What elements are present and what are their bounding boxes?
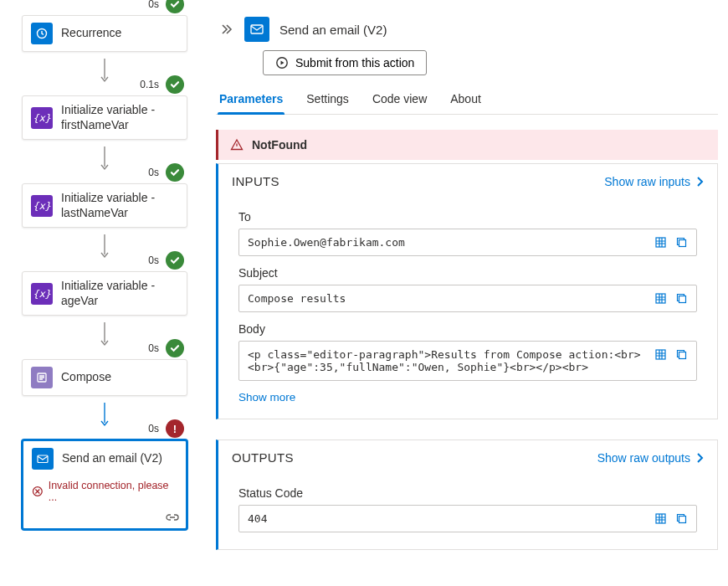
submit-row: Submit from this action	[216, 50, 718, 87]
outlook-icon	[244, 17, 269, 42]
detail-title: Send an email (V2)	[279, 23, 387, 37]
node-title: Compose	[61, 370, 111, 385]
field-value: Sophie.Owen@fabrikam.com	[248, 236, 648, 249]
arrow-down-icon	[100, 322, 110, 347]
field-actions	[654, 236, 688, 249]
svg-rect-18	[679, 517, 686, 523]
time-badge: 0s	[145, 339, 184, 357]
status-success-icon	[166, 163, 184, 182]
time-badge: 0s	[145, 163, 184, 182]
inputs-section: INPUTS Show raw inputs ToSophie.Owen@fab…	[216, 163, 718, 419]
arrow-down-icon	[100, 234, 110, 260]
flow-designer-panel: 0sRecurrence0.1s{x}Initialize variable -…	[0, 0, 209, 586]
field-body: Body<p class="editor-paragraph">Results …	[238, 322, 697, 381]
svg-rect-15	[656, 350, 665, 359]
svg-rect-7	[38, 455, 48, 463]
flow-node-init-age[interactable]: {x}Initialize variable - ageVar	[22, 271, 187, 316]
status-success-icon	[166, 75, 184, 94]
show-raw-inputs-link[interactable]: Show raw inputs	[604, 175, 704, 188]
svg-rect-14	[679, 296, 686, 303]
link-icon[interactable]	[166, 511, 179, 523]
field-status-code: Status Code404	[238, 486, 697, 532]
field-label: Status Code	[238, 486, 697, 500]
svg-rect-9	[251, 25, 263, 33]
svg-rect-13	[656, 294, 665, 303]
field-value: <p class="editor-paragraph">Results from…	[248, 348, 648, 373]
grid-icon[interactable]	[654, 348, 667, 361]
flow-node-recurrence[interactable]: Recurrence	[22, 15, 187, 52]
time-badge: 0.1s	[136, 75, 184, 94]
field-actions	[654, 512, 688, 525]
outputs-body: Status Code404	[218, 475, 717, 549]
node-error-text: Invalid connection, please ...	[49, 480, 177, 503]
flow-node-init-first[interactable]: {x}Initialize variable - firstNameVar	[22, 95, 187, 140]
warning-icon	[230, 138, 244, 152]
flow-node-send-email[interactable]: Send an email (V2)Invalid connection, pl…	[22, 440, 187, 530]
var-icon: {x}	[31, 195, 53, 217]
show-more-link[interactable]: Show more	[238, 391, 697, 404]
detail-tabs: ParametersSettingsCode viewAbout	[216, 87, 718, 115]
field-label: Subject	[238, 266, 697, 280]
field-label: To	[238, 210, 697, 224]
copy-icon[interactable]	[675, 236, 688, 249]
clock-icon	[31, 23, 53, 44]
status-error-icon: !	[166, 419, 184, 438]
collapse-icon[interactable]	[221, 23, 234, 36]
inputs-title: INPUTS	[232, 174, 279, 188]
tab-code-view[interactable]: Code view	[371, 87, 428, 114]
node-title: Initialize variable - lastNameVar	[61, 191, 178, 220]
field-actions	[654, 292, 688, 305]
copy-icon[interactable]	[675, 512, 688, 525]
svg-rect-17	[656, 514, 665, 523]
field-to: ToSophie.Owen@fabrikam.com	[238, 210, 697, 256]
field-value: 404	[248, 512, 648, 525]
error-banner-text: NotFound	[252, 138, 307, 152]
flow-node-compose[interactable]: Compose	[22, 359, 187, 396]
svg-rect-16	[679, 352, 686, 359]
tab-parameters[interactable]: Parameters	[218, 87, 285, 114]
outlook-icon	[32, 448, 54, 470]
tab-settings[interactable]: Settings	[305, 87, 351, 114]
node-title: Initialize variable - ageVar	[61, 279, 178, 308]
outputs-section: OUTPUTS Show raw outputs Status Code404	[216, 440, 718, 550]
copy-icon[interactable]	[675, 292, 688, 305]
field-subject: SubjectCompose results	[238, 266, 697, 312]
copy-icon[interactable]	[675, 348, 688, 361]
flow-node-init-last[interactable]: {x}Initialize variable - lastNameVar	[22, 183, 187, 228]
show-raw-outputs-link[interactable]: Show raw outputs	[597, 451, 704, 465]
submit-from-action-button[interactable]: Submit from this action	[263, 50, 427, 75]
error-banner: NotFound	[216, 130, 718, 160]
submit-label: Submit from this action	[295, 56, 414, 69]
flow-nodes-container: 0sRecurrence0.1s{x}Initialize variable -…	[13, 7, 196, 535]
outputs-title: OUTPUTS	[232, 450, 294, 465]
node-duration: 0s	[145, 342, 162, 355]
inputs-body: ToSophie.Owen@fabrikam.comSubjectCompose…	[218, 198, 717, 419]
field-value-box: Compose results	[238, 285, 697, 312]
inputs-header: INPUTS Show raw inputs	[218, 164, 717, 198]
node-duration: 0s	[145, 422, 162, 435]
node-error-row: Invalid connection, please ...	[23, 476, 186, 510]
field-actions	[654, 348, 688, 361]
node-duration: 0s	[145, 0, 162, 11]
field-value-box: 404	[238, 505, 697, 532]
grid-icon[interactable]	[654, 292, 667, 305]
status-success-icon	[166, 251, 184, 270]
grid-icon[interactable]	[654, 236, 667, 249]
node-link-row	[23, 510, 186, 528]
arrow-down-icon	[100, 59, 110, 84]
grid-icon[interactable]	[654, 512, 667, 525]
node-title: Send an email (V2)	[62, 451, 162, 466]
var-icon: {x}	[31, 283, 53, 305]
node-title: Initialize variable - firstNameVar	[61, 103, 178, 132]
status-success-icon	[166, 0, 184, 13]
outputs-header: OUTPUTS Show raw outputs	[218, 440, 717, 475]
node-duration: 0s	[145, 166, 162, 179]
field-value: Compose results	[248, 292, 648, 305]
tab-about[interactable]: About	[449, 87, 483, 114]
field-value-box: <p class="editor-paragraph">Results from…	[238, 341, 697, 381]
field-label: Body	[238, 322, 697, 336]
arrow-down-icon	[100, 403, 110, 428]
detail-header: Send an email (V2)	[216, 13, 718, 50]
time-badge: 0s!	[145, 419, 184, 438]
svg-rect-11	[656, 238, 665, 247]
